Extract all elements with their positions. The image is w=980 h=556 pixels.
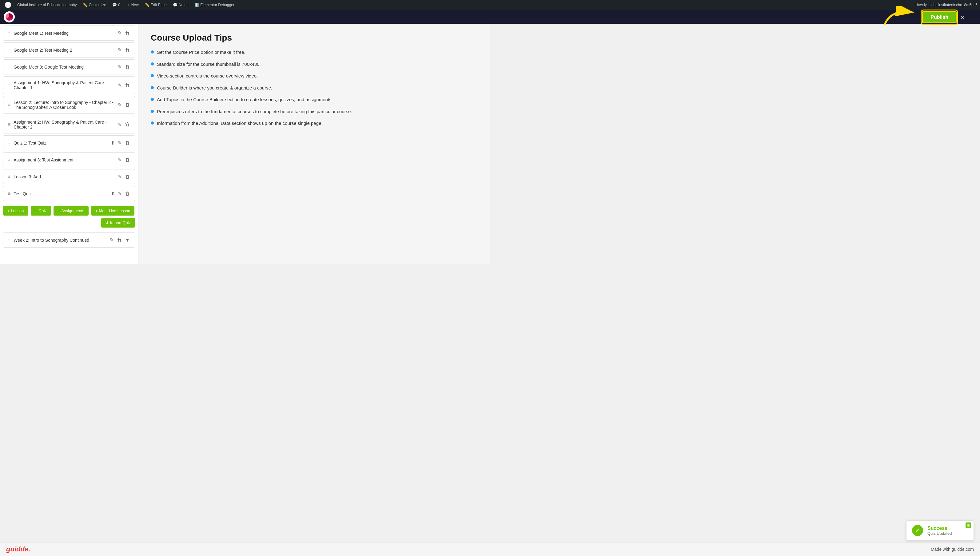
- import-quiz-button[interactable]: ⬇ Import Quiz: [101, 218, 135, 228]
- delete-item-button[interactable]: 🗑: [124, 157, 130, 163]
- item-title: Lesson 2: Lecture: Intro to Sonography -…: [13, 100, 114, 110]
- edit-icon: ✏️: [145, 3, 149, 7]
- edit-item-button[interactable]: ✎: [117, 156, 123, 163]
- edit-item-button[interactable]: ✎: [117, 63, 123, 70]
- right-panel: Course Upload Tips Set the Course Price …: [138, 24, 490, 264]
- elementor-logo: [4, 11, 15, 23]
- bullet-icon: [151, 86, 154, 89]
- wordpress-logo[interactable]: ⊕: [2, 0, 13, 10]
- list-item: ≡ Test Quiz ⬆ ✎ 🗑: [3, 186, 135, 201]
- add-meet-lesson-button[interactable]: + Meet Live Lesson: [91, 206, 135, 216]
- list-item: ≡ Quiz 1: Test Quiz ⬆ ✎ 🗑: [3, 135, 135, 150]
- drag-handle-icon[interactable]: ≡: [8, 82, 10, 88]
- drag-handle-icon[interactable]: ≡: [8, 191, 10, 197]
- bullet-icon: [151, 62, 154, 66]
- edit-item-button[interactable]: ✎: [117, 121, 123, 128]
- drag-handle-icon[interactable]: ≡: [8, 64, 10, 70]
- item-actions: ✎ 🗑: [117, 29, 130, 37]
- bullet-icon: [151, 74, 154, 77]
- bullet-icon: [151, 50, 154, 53]
- drag-handle-icon[interactable]: ≡: [8, 140, 10, 146]
- delete-item-button[interactable]: 🗑: [124, 64, 130, 70]
- elementor-logo-icon: [5, 13, 13, 21]
- drag-handle-icon[interactable]: ≡: [8, 122, 10, 127]
- edit-item-button[interactable]: ✎: [117, 173, 123, 180]
- delete-item-button[interactable]: 🗑: [124, 190, 130, 197]
- drag-handle-icon[interactable]: ≡: [8, 157, 10, 163]
- delete-item-button[interactable]: 🗑: [124, 121, 130, 128]
- download-icon: ⬇: [105, 220, 109, 225]
- list-item: ≡ Google Meet 2: Test Meeting 2 ✎ 🗑: [3, 42, 135, 58]
- item-title: Assignment 2: HW: Sonography & Patient C…: [13, 120, 114, 129]
- delete-item-button[interactable]: 🗑: [124, 173, 130, 180]
- site-name[interactable]: Global Institute of Echocardiography: [15, 0, 79, 10]
- item-title: Google Meet 2: Test Meeting 2: [13, 48, 114, 53]
- item-actions: ⬆ ✎ 🗑: [110, 139, 130, 146]
- edit-item-button[interactable]: ✎: [117, 139, 123, 146]
- tip-item: Video section controls the course overvi…: [151, 73, 478, 80]
- site-name-label: Global Institute of Echocardiography: [17, 3, 77, 7]
- plus-icon: +: [35, 208, 37, 213]
- list-item: ≡ Google Meet 3: Google Test Meeting ✎ 🗑: [3, 59, 135, 74]
- edit-item-button[interactable]: ✎: [117, 47, 123, 53]
- customize-link[interactable]: ✏️ Customize: [80, 0, 108, 10]
- item-title: Assignment 1: HW: Sonography & Patient C…: [13, 80, 114, 90]
- upload-item-button[interactable]: ⬆: [110, 139, 115, 146]
- new-link[interactable]: ＋ New: [124, 0, 141, 10]
- list-item: ≡ Lesson 3: Add ✎ 🗑: [3, 169, 135, 184]
- wp-icon: ⊕: [5, 2, 11, 8]
- delete-item-button[interactable]: 🗑: [124, 30, 130, 37]
- drag-handle-icon[interactable]: ≡: [8, 102, 10, 108]
- week-title: Week 2: Intro to Sonography Continued: [13, 238, 106, 242]
- customize-icon: ✏️: [83, 3, 87, 7]
- drag-handle-icon[interactable]: ≡: [8, 31, 10, 36]
- tip-item: Course Builder is where you create & org…: [151, 84, 478, 92]
- edit-item-button[interactable]: ✎: [117, 190, 123, 197]
- comments-link[interactable]: 💬 0: [110, 0, 123, 10]
- plus-icon: +: [58, 208, 60, 213]
- expand-week-button[interactable]: ▼: [124, 237, 130, 244]
- tip-item: Prerequisites refers to the fundamental …: [151, 108, 478, 115]
- upload-item-button[interactable]: ⬆: [110, 190, 115, 197]
- delete-week-button[interactable]: 🗑: [116, 237, 123, 244]
- add-lesson-button[interactable]: + Lesson: [3, 206, 28, 216]
- new-icon: ＋: [126, 2, 130, 8]
- list-item: ≡ Lesson 2: Lecture: Intro to Sonography…: [3, 96, 135, 114]
- elementor-debugger-link[interactable]: ℹ️ Elementor Debugger: [192, 0, 237, 10]
- tips-title: Course Upload Tips: [151, 33, 478, 43]
- notes-link[interactable]: 💬 Notes: [170, 0, 191, 10]
- bullet-icon: [151, 110, 154, 113]
- drag-handle-icon[interactable]: ≡: [8, 47, 10, 53]
- bullet-icon: [151, 98, 154, 101]
- list-item: ≡ Assignment 2: HW: Sonography & Patient…: [3, 116, 135, 134]
- delete-item-button[interactable]: 🗑: [124, 140, 130, 146]
- item-actions: ✎ 🗑: [117, 47, 130, 53]
- delete-item-button[interactable]: 🗑: [124, 82, 130, 89]
- edit-week-button[interactable]: ✎: [109, 236, 115, 244]
- add-assignments-button[interactable]: + Assignments: [53, 206, 89, 216]
- edit-item-button[interactable]: ✎: [117, 102, 123, 108]
- item-actions: ✎ 🗑: [117, 121, 130, 128]
- edit-item-button[interactable]: ✎: [117, 82, 123, 89]
- add-quiz-button[interactable]: + Quiz: [31, 206, 51, 216]
- list-item: ≡ Assignment 1: HW: Sonography & Patient…: [3, 76, 135, 94]
- item-title: Assignment 3: Test Assignment: [13, 157, 114, 162]
- edit-item-button[interactable]: ✎: [117, 29, 123, 37]
- edit-page-link[interactable]: ✏️ Edit Page: [142, 0, 169, 10]
- drag-handle-icon[interactable]: ≡: [8, 174, 10, 179]
- tip-item: Information from the Additional Data sec…: [151, 120, 478, 127]
- admin-bar: ⊕ Global Institute of Echocardiography ✏…: [0, 0, 490, 10]
- tip-text: Course Builder is where you create & org…: [157, 84, 272, 92]
- item-actions: ✎ 🗑: [117, 82, 130, 89]
- delete-item-button[interactable]: 🗑: [124, 47, 130, 53]
- drag-handle-icon[interactable]: ≡: [8, 238, 10, 243]
- list-item: ≡ Google Meet 1: Test Meeting ✎ 🗑: [3, 26, 135, 40]
- item-title: Google Meet 1: Test Meeting: [13, 31, 114, 36]
- item-actions: ✎ 🗑: [117, 173, 130, 180]
- delete-item-button[interactable]: 🗑: [124, 102, 130, 108]
- item-title: Quiz 1: Test Quiz: [13, 141, 107, 145]
- week-header: ≡ Week 2: Intro to Sonography Continued …: [3, 233, 135, 247]
- elementor-bar: [0, 10, 490, 24]
- item-title: Test Quiz: [13, 191, 107, 196]
- left-panel: ≡ Google Meet 1: Test Meeting ✎ 🗑 ≡ Goog…: [0, 24, 138, 264]
